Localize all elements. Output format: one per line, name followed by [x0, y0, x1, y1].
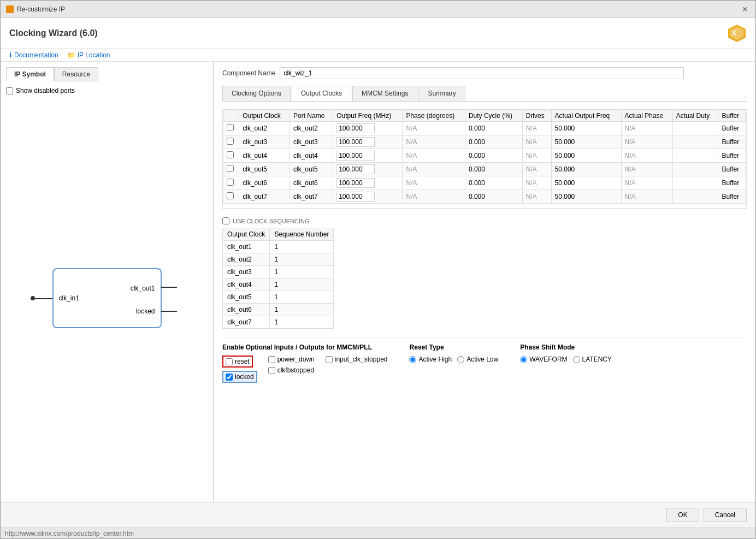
- phase-shift-options: WAVEFORM LATENCY: [520, 356, 612, 363]
- row-freq-5[interactable]: [336, 164, 375, 174]
- reset-type-options: Active High Active Low: [409, 356, 498, 363]
- seq-header: USE CLOCK SEQUENCING: [222, 217, 747, 224]
- row-buffer-5: Buffer: [718, 163, 746, 176]
- row-actual-freq-5: N/A: [621, 163, 672, 176]
- active-high-radio[interactable]: [409, 356, 416, 363]
- row-buffer-4: Buffer: [718, 149, 746, 163]
- row-actual-phase-7: [672, 190, 718, 204]
- locked-label: locked: [235, 373, 254, 381]
- row-actual-phase-5: [672, 163, 718, 176]
- row-buffer-2: Buffer: [718, 122, 746, 135]
- active-high-row: Active High: [409, 356, 452, 363]
- reset-label: reset: [235, 358, 250, 365]
- wire-left: [33, 298, 52, 299]
- row-duty-5: 0.000: [465, 163, 522, 176]
- tab-ip-symbol[interactable]: IP Symbol: [6, 67, 54, 81]
- row-label-5: clk_out5: [239, 163, 290, 176]
- row-fine-7: 50.000: [551, 190, 621, 204]
- ip-location-link[interactable]: 📁 IP Location: [67, 51, 110, 59]
- row-check-4[interactable]: [227, 151, 234, 158]
- row-port-3: clk_out3: [290, 135, 333, 149]
- seq-clock-1: clk_out1: [223, 241, 270, 253]
- col-fineps: Actual Output Freq: [551, 110, 621, 122]
- row-check-6[interactable]: [227, 179, 234, 186]
- row-duty-3: 0.000: [465, 135, 522, 149]
- row-phase-3: N/A: [403, 135, 465, 149]
- locked-highlight-box: locked: [222, 371, 257, 383]
- cancel-button[interactable]: Cancel: [704, 508, 747, 522]
- seq-col-clock: Output Clock: [223, 228, 270, 241]
- power-down-checkbox[interactable]: [268, 356, 275, 363]
- row-freq-4[interactable]: [336, 151, 375, 161]
- row-freq-6[interactable]: [336, 178, 375, 188]
- status-url: http://www.xilinx.com/products/ip_center…: [5, 530, 134, 537]
- row-check-3[interactable]: [227, 138, 234, 145]
- row-actual-freq-2: N/A: [621, 122, 672, 135]
- col-output: Output Clock: [239, 110, 290, 122]
- clkfbstopped-checkbox[interactable]: [268, 367, 275, 374]
- row-label-3: clk_out3: [239, 135, 290, 149]
- row-duty-2: 0.000: [465, 122, 522, 135]
- ok-button[interactable]: OK: [666, 508, 699, 522]
- row-phase-4: N/A: [403, 149, 465, 163]
- row-fine-6: 50.000: [551, 176, 621, 190]
- table-row: clk_out3 clk_out3 N/A 0.000 N/A 50.000 N…: [223, 135, 746, 149]
- input-clk-stopped-row: input_clk_stopped: [326, 356, 388, 363]
- latency-radio[interactable]: [573, 356, 580, 363]
- row-buffer-6: Buffer: [718, 176, 746, 190]
- seq-clock-4: clk_out4: [223, 279, 270, 291]
- row-freq-7[interactable]: [336, 192, 375, 202]
- row-drives-6: N/A: [522, 176, 551, 190]
- row-phase-2: N/A: [403, 122, 465, 135]
- tab-mmcm-settings[interactable]: MMCM Settings: [352, 86, 417, 101]
- optional-col-1: reset locked: [222, 356, 257, 383]
- row-check-5[interactable]: [227, 165, 234, 172]
- list-item: clk_out61: [223, 304, 334, 316]
- row-buffer-3: Buffer: [718, 135, 746, 149]
- seq-num-2: 1: [270, 253, 334, 266]
- component-name-input[interactable]: [280, 67, 684, 79]
- row-check-2[interactable]: [227, 124, 234, 131]
- info-icon: ℹ: [9, 51, 12, 59]
- row-check-7[interactable]: [227, 192, 234, 199]
- locked-checkbox[interactable]: [226, 374, 233, 381]
- waveform-label: WAVEFORM: [529, 356, 567, 363]
- component-name-label: Component Name: [222, 69, 275, 77]
- tab-clocking-options[interactable]: Clocking Options: [222, 86, 291, 101]
- clocks-table: Output Clock Port Name Output Freq (MHz)…: [223, 110, 746, 204]
- left-tabs: IP Symbol Resource: [6, 67, 208, 81]
- row-actual-freq-4: N/A: [621, 149, 672, 163]
- documentation-link[interactable]: ℹ Documentation: [9, 51, 58, 59]
- main-window: Re-customize IP ✕ Clocking Wizard (6.0) …: [0, 0, 756, 539]
- tab-summary[interactable]: Summary: [418, 86, 465, 101]
- wire-right-top: [161, 287, 177, 288]
- clkfbstopped-label: clkfbstopped: [277, 366, 314, 374]
- tab-output-clocks[interactable]: Output Clocks: [292, 86, 351, 101]
- title-bar: Re-customize IP ✕: [1, 1, 755, 18]
- row-duty-7: 0.000: [465, 190, 522, 204]
- show-ports-checkbox[interactable]: [6, 87, 13, 94]
- row-freq-3[interactable]: [336, 137, 375, 147]
- row-freq-2[interactable]: [336, 123, 375, 133]
- reset-checkbox[interactable]: [226, 358, 233, 365]
- close-button[interactable]: ✕: [740, 4, 750, 14]
- active-low-radio[interactable]: [457, 356, 464, 363]
- row-actual-freq-6: N/A: [621, 176, 672, 190]
- row-label-4: clk_out4: [239, 149, 290, 163]
- input-clk-stopped-checkbox[interactable]: [326, 356, 333, 363]
- reset-highlight-box: reset: [222, 356, 253, 368]
- row-actual-phase-4: [672, 149, 718, 163]
- table-row: clk_out4 clk_out4 N/A 0.000 N/A 50.000 N…: [223, 149, 746, 163]
- row-actual-freq-7: N/A: [621, 190, 672, 204]
- waveform-radio[interactable]: [520, 356, 527, 363]
- folder-icon: 📁: [67, 51, 75, 59]
- list-item: clk_out21: [223, 253, 334, 266]
- tab-resource[interactable]: Resource: [54, 67, 98, 81]
- window-title: Re-customize IP: [17, 5, 65, 13]
- row-buffer-7: Buffer: [718, 190, 746, 204]
- table-row: clk_out2 clk_out2 N/A 0.000 N/A 50.000 N…: [223, 122, 746, 135]
- input-dot: [31, 296, 35, 300]
- use-clock-sequencing-checkbox[interactable]: [222, 217, 229, 224]
- input-clk-stopped-label: input_clk_stopped: [335, 356, 388, 363]
- seq-num-6: 1: [270, 304, 334, 316]
